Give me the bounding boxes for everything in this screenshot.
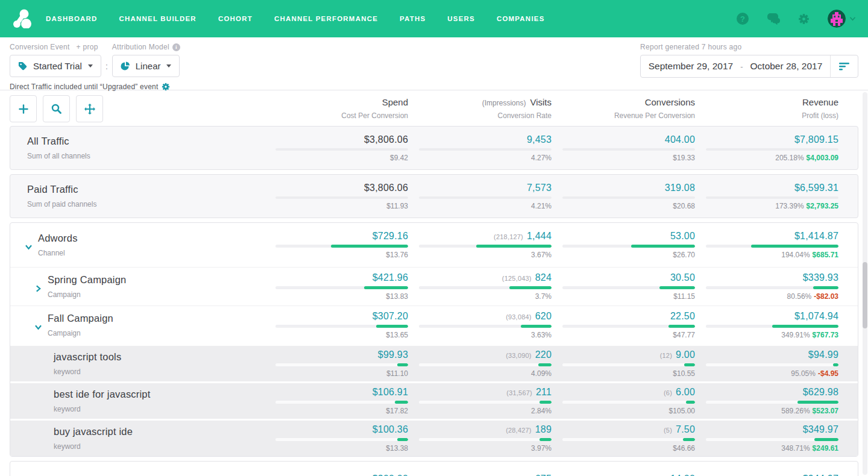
date-separator: -: [740, 62, 743, 71]
cell-main-value[interactable]: 22.50: [670, 306, 695, 321]
date-range-value[interactable]: September 29, 2017 - October 28, 2017: [641, 55, 830, 77]
cell-bar-fill: [772, 325, 838, 328]
cell-bar: [562, 401, 695, 404]
table-row[interactable]: Video $300.00 675 14.00 $944.97: [10, 462, 858, 476]
cell-main-value[interactable]: 7,573: [527, 178, 552, 193]
cell-sub-value: 349.91%: [781, 331, 810, 339]
cell-bar: [706, 148, 838, 151]
expand-chevron-icon[interactable]: [34, 286, 42, 292]
cell-main-value[interactable]: 675: [535, 469, 552, 476]
date-start[interactable]: September 29, 2017: [649, 61, 733, 72]
column-header-spend[interactable]: Spend Cost Per Conversion: [265, 95, 408, 120]
date-range-picker[interactable]: September 29, 2017 - October 28, 2017: [640, 55, 858, 78]
cell-main-value[interactable]: $729.16: [373, 226, 408, 241]
add-prop-link[interactable]: + prop: [77, 43, 98, 51]
info-icon[interactable]: i: [172, 43, 180, 51]
table-row[interactable]: buy javascript ide keyword $100.36 $13.3…: [10, 419, 858, 456]
cell-main-value[interactable]: $300.00: [373, 469, 408, 476]
table-row[interactable]: best ide for javascript keyword $106.91 …: [10, 381, 858, 419]
settings-gear-icon[interactable]: [798, 13, 810, 25]
expand-chevron-icon[interactable]: [25, 244, 33, 250]
avatar[interactable]: [828, 10, 846, 28]
cell-main-value[interactable]: $6,599.31: [794, 178, 838, 193]
table-row[interactable]: All Traffic Sum of all channels $3,806.0…: [10, 127, 858, 169]
cell-bar: [706, 363, 838, 366]
cell-bar-fill: [631, 245, 695, 248]
cell-bar-fill: [813, 286, 838, 289]
cell-main-value[interactable]: $421.96: [373, 268, 408, 283]
cell-main-value[interactable]: $7,809.15: [794, 130, 838, 145]
date-end[interactable]: October 28, 2017: [750, 61, 823, 72]
column-header-conversions[interactable]: Conversions Revenue Per Conversion: [552, 95, 695, 120]
search-button[interactable]: [43, 95, 70, 122]
cell-main-value[interactable]: 9.00: [676, 345, 695, 360]
attribution-model-dropdown[interactable]: Linear: [112, 55, 180, 77]
cell-main-value[interactable]: 30.50: [670, 268, 695, 283]
cell-spend: $106.91 $17.82: [265, 386, 408, 416]
cell-main-value[interactable]: 7.50: [676, 419, 695, 434]
cell-main-value[interactable]: 1,444: [527, 226, 552, 241]
cell-main-value[interactable]: $106.91: [373, 382, 408, 397]
cell-main-value[interactable]: 211: [536, 382, 552, 397]
row-title: Adwords: [38, 233, 265, 244]
cell-main-value[interactable]: 620: [535, 306, 552, 321]
cell-conversions: 30.50 $11.15: [552, 272, 695, 301]
row-card: Video $300.00 675 14.00 $944.97: [10, 461, 858, 476]
cell-main-value[interactable]: $100.36: [373, 419, 408, 434]
table-row[interactable]: Paid Traffic Sum of paid channels $3,806…: [10, 175, 858, 218]
cell-main-value[interactable]: 824: [535, 268, 552, 283]
add-button[interactable]: [10, 95, 37, 122]
nav-item-cohort[interactable]: COHORT: [218, 15, 253, 22]
user-menu[interactable]: [828, 10, 856, 28]
cell-main-value[interactable]: $1,414.87: [794, 226, 838, 241]
cell-revenue: $629.98 589.26%$523.07: [695, 386, 838, 416]
cell-main-value[interactable]: 14.00: [670, 469, 695, 476]
row-label: best ide for javascript keyword: [10, 389, 265, 413]
cell-main-value[interactable]: $629.98: [803, 382, 838, 397]
nav-item-channel-builder[interactable]: CHANNEL BUILDER: [119, 15, 197, 22]
cell-main-value[interactable]: $94.99: [808, 345, 838, 360]
cell-main-value[interactable]: 189: [535, 419, 552, 434]
nav-item-users[interactable]: USERS: [447, 15, 475, 22]
cell-main-value[interactable]: $307.20: [373, 306, 408, 321]
chat-icon[interactable]: [767, 13, 780, 25]
cell-pre-value: (31,567): [506, 389, 532, 396]
column-header-revenue[interactable]: Revenue Profit (loss): [695, 95, 838, 120]
nav-item-dashboard[interactable]: DASHBOARD: [46, 15, 98, 22]
cell-main-value[interactable]: 6.00: [676, 382, 695, 397]
report-options-button[interactable]: [830, 55, 858, 77]
cell-bar-fill: [814, 438, 838, 441]
cell-bar-fill: [395, 401, 408, 404]
cell-main-value[interactable]: 319.08: [665, 178, 695, 193]
column-header-visits[interactable]: (Impressions)Visits Conversion Rate: [408, 95, 552, 120]
cell-bar: [419, 196, 552, 199]
cell-main-value[interactable]: $3,806.06: [364, 130, 408, 145]
cell-bar: [562, 245, 695, 248]
cell-main-value[interactable]: 53.00: [670, 226, 695, 241]
cell-main-value[interactable]: 220: [535, 345, 552, 360]
nav-item-paths[interactable]: PATHS: [400, 15, 426, 22]
cell-main-value[interactable]: 404.00: [665, 130, 695, 145]
cell-main-value[interactable]: $339.93: [803, 268, 838, 283]
move-button[interactable]: [76, 95, 103, 122]
conversion-event-dropdown[interactable]: Started Trial: [10, 55, 101, 77]
table-row[interactable]: Spring Campaign Campaign $421.96 $13.83 …: [10, 267, 858, 305]
cell-main-value[interactable]: $349.97: [803, 419, 838, 434]
scrollbar-track[interactable]: [863, 92, 867, 475]
scrollbar-thumb[interactable]: [863, 262, 867, 328]
cell-main-value[interactable]: 9,453: [527, 130, 552, 145]
cell-main-value[interactable]: $1,074.94: [794, 306, 838, 321]
help-icon[interactable]: ?: [737, 13, 749, 25]
cell-main-value[interactable]: $99.93: [378, 345, 408, 360]
gear-icon[interactable]: [162, 83, 170, 91]
app-logo-icon[interactable]: [12, 8, 33, 29]
table-row[interactable]: Fall Campaign Campaign $307.20 $13.65 (9…: [10, 305, 858, 344]
table-row[interactable]: javascript tools keyword $99.93 $11.10 (…: [10, 344, 858, 381]
table-row[interactable]: Adwords Channel $729.16 $13.76 (218,127)…: [10, 223, 858, 267]
expand-chevron-icon[interactable]: [34, 324, 42, 330]
nav-item-channel-performance[interactable]: CHANNEL PERFORMANCE: [274, 15, 378, 22]
cell-main-value[interactable]: $3,806.06: [364, 178, 408, 193]
nav-item-companies[interactable]: COMPANIES: [497, 15, 545, 22]
cell-bar: [706, 196, 838, 199]
cell-main-value[interactable]: $944.97: [803, 469, 838, 476]
